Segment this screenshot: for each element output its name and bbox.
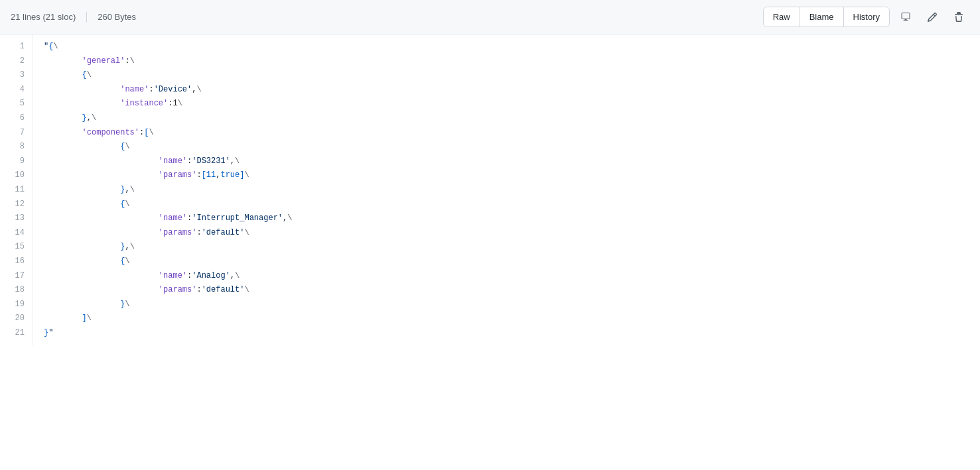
file-meta: 21 lines (21 sloc) 260 Bytes — [11, 12, 763, 23]
code-content: "{\ 'general':\ {\ 'name':'Device',\ 'in… — [33, 34, 980, 345]
line-number: 13 — [8, 211, 25, 226]
code-line: {\ — [44, 140, 969, 154]
code-viewer: 123456789101112131415161718192021 "{\ 'g… — [0, 34, 980, 345]
line-number: 1 — [8, 40, 25, 54]
line-number: 11 — [8, 183, 25, 198]
code-line: 'params':'default'\ — [44, 283, 969, 298]
line-number: 8 — [8, 140, 25, 154]
line-number: 9 — [8, 154, 25, 169]
display-icon — [900, 12, 911, 23]
line-number: 19 — [8, 298, 25, 312]
code-line: {\ — [44, 198, 969, 212]
line-number: 20 — [8, 312, 25, 326]
line-number: 7 — [8, 126, 25, 141]
line-number: 16 — [8, 255, 25, 269]
history-button[interactable]: History — [844, 7, 889, 27]
code-line: 'instance':1\ — [44, 97, 969, 111]
line-number: 3 — [8, 68, 25, 83]
code-line: 'params':[11,true]\ — [44, 168, 969, 183]
code-line: 'name':'Interrupt_Manager',\ — [44, 211, 969, 226]
line-number: 2 — [8, 54, 25, 69]
line-number: 5 — [8, 97, 25, 111]
blame-button[interactable]: Blame — [800, 7, 844, 27]
code-line: }\ — [44, 298, 969, 312]
toolbar-actions: Raw Blame History — [763, 7, 969, 28]
line-number: 12 — [8, 198, 25, 212]
line-number: 6 — [8, 111, 25, 126]
line-number: 14 — [8, 226, 25, 241]
separator — [86, 12, 87, 23]
raw-button[interactable]: Raw — [764, 7, 800, 27]
code-line: 'general':\ — [44, 54, 969, 69]
code-line: 'name':'Analog',\ — [44, 269, 969, 284]
line-numbers: 123456789101112131415161718192021 — [0, 34, 33, 345]
code-line: {\ — [44, 255, 969, 269]
code-line: },\ — [44, 183, 969, 198]
line-number: 15 — [8, 240, 25, 255]
code-line: "{\ — [44, 40, 969, 54]
lines-count: 21 lines (21 sloc) — [11, 12, 76, 22]
code-line: {\ — [44, 68, 969, 83]
display-icon-button[interactable] — [895, 9, 916, 26]
code-line: 'name':'Device',\ — [44, 83, 969, 97]
line-number: 21 — [8, 326, 25, 341]
code-line: },\ — [44, 111, 969, 126]
line-number: 18 — [8, 283, 25, 298]
code-line: 'name':'DS3231',\ — [44, 154, 969, 169]
toolbar: 21 lines (21 sloc) 260 Bytes Raw Blame H… — [0, 0, 980, 34]
delete-icon-button[interactable] — [948, 9, 969, 26]
line-number: 17 — [8, 269, 25, 284]
line-number: 10 — [8, 168, 25, 183]
code-line: 'components':[\ — [44, 126, 969, 141]
edit-icon-button[interactable] — [922, 9, 943, 26]
trash-icon — [953, 12, 964, 23]
file-size: 260 Bytes — [98, 12, 136, 22]
view-toggle-group: Raw Blame History — [763, 7, 890, 28]
code-line: },\ — [44, 240, 969, 255]
code-line: }" — [44, 326, 969, 341]
code-line: ]\ — [44, 312, 969, 326]
line-number: 4 — [8, 83, 25, 97]
code-line: 'params':'default'\ — [44, 226, 969, 241]
pencil-icon — [927, 12, 938, 23]
